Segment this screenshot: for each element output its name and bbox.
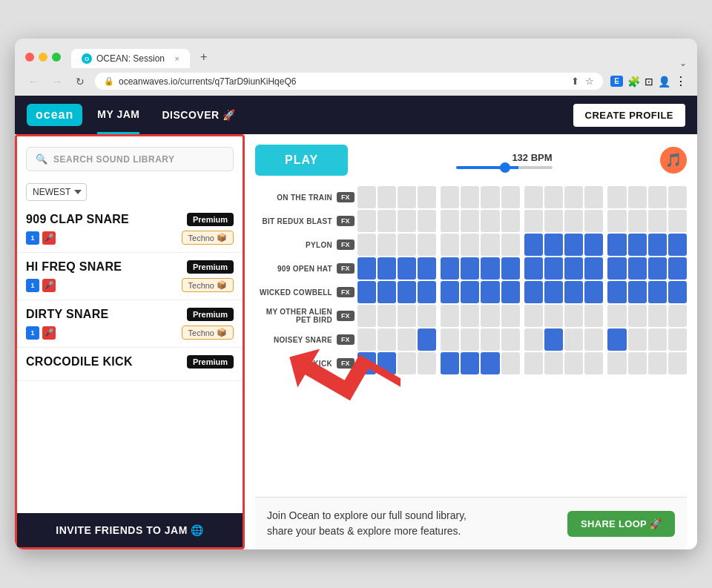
extension-puzzle-icon[interactable]: 🧩 [627, 76, 640, 87]
list-item[interactable]: DIRTY SNARE Premium 1 🎤 Techno 📦 [17, 300, 243, 348]
star-icon[interactable]: ☆ [585, 76, 594, 87]
beat-cell[interactable] [461, 328, 479, 351]
beat-cell[interactable] [648, 186, 667, 208]
beat-cell[interactable] [524, 234, 543, 256]
beat-cell[interactable] [564, 210, 583, 232]
beat-cell[interactable] [481, 234, 499, 256]
invite-bar[interactable]: INVITE FRIENDS TO JAM 🌐 [17, 513, 243, 547]
beat-cell[interactable] [524, 186, 543, 208]
search-box[interactable]: 🔍 SEARCH SOUND LIBRARY [26, 147, 234, 171]
beat-cell[interactable] [648, 257, 667, 280]
beat-cell[interactable] [607, 305, 626, 327]
beat-cell[interactable] [501, 281, 520, 303]
beat-cell[interactable] [481, 281, 499, 303]
beat-cell[interactable] [564, 281, 583, 303]
beat-cell[interactable] [378, 257, 396, 280]
beat-cell[interactable] [648, 234, 667, 256]
ocean-logo[interactable]: ocean [27, 104, 82, 126]
share-url-icon[interactable]: ⬆ [571, 76, 579, 87]
beat-cell[interactable] [418, 210, 436, 232]
beat-cell[interactable] [524, 257, 543, 280]
beat-cell[interactable] [668, 210, 687, 232]
beat-cell[interactable] [357, 257, 376, 280]
fx-button[interactable]: FX [337, 311, 355, 321]
url-bar[interactable]: 🔒 oceanwaves.io/currents/q7TarD9iunKiHqe… [95, 73, 603, 90]
beat-cell[interactable] [357, 328, 376, 351]
tab-close-button[interactable]: × [175, 54, 179, 63]
beat-cell[interactable] [398, 257, 416, 280]
beat-cell[interactable] [524, 281, 543, 303]
beat-cell[interactable] [584, 186, 603, 208]
beat-cell[interactable] [418, 257, 436, 280]
beat-cell[interactable] [607, 186, 626, 208]
beat-cell[interactable] [398, 281, 416, 303]
beat-cell[interactable] [584, 328, 603, 351]
beat-cell[interactable] [398, 210, 416, 232]
beat-cell[interactable] [398, 352, 416, 374]
forward-button[interactable]: → [49, 74, 65, 89]
beat-cell[interactable] [564, 257, 583, 280]
back-button[interactable]: ← [25, 74, 42, 89]
beat-cell[interactable] [544, 328, 563, 351]
beat-cell[interactable] [668, 352, 687, 374]
beat-cell[interactable] [378, 281, 396, 303]
beat-cell[interactable] [501, 186, 520, 208]
minimize-button[interactable] [39, 53, 47, 62]
beat-cell[interactable] [481, 257, 499, 280]
beat-cell[interactable] [668, 186, 687, 208]
active-tab[interactable]: O OCEAN: Session × [71, 49, 190, 68]
beat-cell[interactable] [584, 281, 603, 303]
beat-cell[interactable] [628, 234, 647, 256]
beat-cell[interactable] [357, 186, 376, 208]
beat-cell[interactable] [378, 234, 396, 256]
new-tab-button[interactable]: + [193, 46, 214, 68]
fx-button[interactable]: FX [337, 263, 355, 274]
beat-cell[interactable] [501, 257, 520, 280]
beat-cell[interactable] [628, 257, 647, 280]
beat-cell[interactable] [357, 305, 376, 327]
beat-cell[interactable] [378, 186, 396, 208]
menu-icon[interactable]: ⋮ [675, 74, 687, 88]
beat-cell[interactable] [501, 305, 520, 327]
beat-cell[interactable] [398, 234, 416, 256]
beat-cell[interactable] [501, 234, 520, 256]
list-item[interactable]: CROCODILE KICK Premium [17, 348, 243, 381]
beat-cell[interactable] [441, 305, 459, 327]
beat-cell[interactable] [461, 352, 479, 374]
list-item[interactable]: 909 CLAP SNARE Premium 1 🎤 Techno 📦 [17, 205, 243, 253]
profile-icon[interactable]: 👤 [658, 76, 670, 87]
refresh-button[interactable]: ↻ [73, 74, 88, 89]
beat-cell[interactable] [628, 281, 647, 303]
beat-cell[interactable] [628, 305, 647, 327]
window-icon[interactable]: ⊡ [645, 76, 653, 87]
beat-cell[interactable] [398, 328, 416, 351]
beat-cell[interactable] [668, 305, 687, 327]
beat-cell[interactable] [441, 328, 459, 351]
beat-cell[interactable] [564, 328, 583, 351]
tab-chevron-icon[interactable]: ⌄ [679, 58, 687, 68]
create-profile-button[interactable]: CREATE PROFILE [573, 104, 685, 127]
beat-cell[interactable] [481, 305, 499, 327]
beat-cell[interactable] [607, 257, 626, 280]
beat-cell[interactable] [524, 305, 543, 327]
beat-cell[interactable] [378, 210, 396, 232]
beat-cell[interactable] [378, 328, 396, 351]
beat-cell[interactable] [501, 352, 520, 374]
beat-cell[interactable] [668, 281, 687, 303]
beat-cell[interactable] [461, 234, 479, 256]
beat-cell[interactable] [418, 352, 436, 374]
beat-cell[interactable] [628, 352, 647, 374]
beat-cell[interactable] [481, 352, 499, 374]
beat-cell[interactable] [524, 328, 543, 351]
bpm-slider[interactable] [456, 166, 553, 169]
beat-cell[interactable] [607, 352, 626, 374]
beat-cell[interactable] [418, 234, 436, 256]
beat-cell[interactable] [524, 352, 543, 374]
play-button[interactable]: PLAY [255, 145, 348, 176]
beat-cell[interactable] [357, 210, 376, 232]
beat-cell[interactable] [584, 305, 603, 327]
beat-cell[interactable] [544, 210, 563, 232]
beat-cell[interactable] [418, 328, 436, 351]
beat-cell[interactable] [441, 234, 459, 256]
beat-cell[interactable] [418, 281, 436, 303]
